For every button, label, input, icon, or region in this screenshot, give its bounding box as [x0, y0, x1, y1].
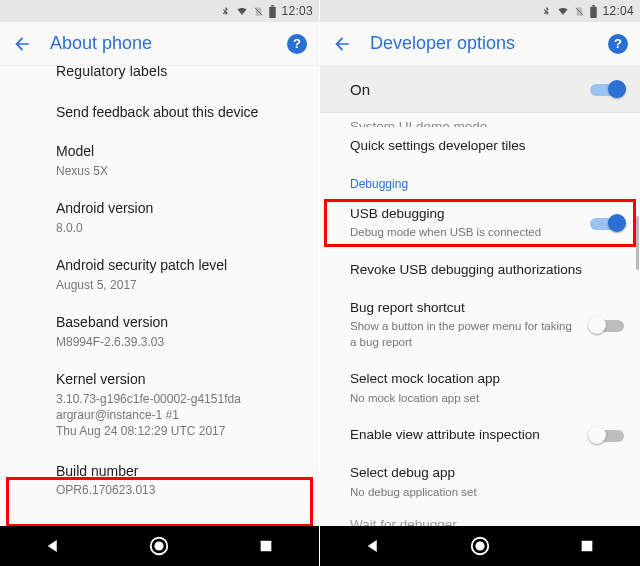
bug-report-switch[interactable] — [590, 316, 624, 334]
list-item[interactable]: Kernel version 3.10.73-g196c1fe-00002-g4… — [0, 360, 319, 449]
scrollbar-thumb[interactable] — [636, 216, 639, 270]
usb-debugging-switch[interactable] — [590, 214, 624, 232]
nav-home-icon[interactable] — [450, 526, 510, 566]
list-item-build-number[interactable]: Build number OPR6.170623.013 — [0, 450, 319, 511]
svg-rect-5 — [591, 6, 598, 17]
appbar-title: Developer options — [370, 33, 590, 54]
view-attr-switch[interactable] — [590, 426, 624, 444]
navigation-bar — [320, 526, 640, 566]
svg-rect-9 — [581, 541, 592, 552]
master-switch[interactable] — [590, 80, 624, 98]
settings-list: On System UI demo mode Quick settings de… — [320, 66, 640, 526]
back-icon[interactable] — [332, 34, 352, 54]
navigation-bar — [0, 526, 319, 566]
list-item[interactable]: Android security patch level August 5, 2… — [0, 246, 319, 303]
list-item[interactable]: Model Nexus 5X — [0, 132, 319, 189]
status-bar: 12:04 — [320, 0, 640, 22]
no-sim-icon — [574, 5, 585, 18]
help-icon[interactable]: ? — [608, 34, 628, 54]
battery-icon — [589, 5, 598, 18]
nav-recents-icon[interactable] — [236, 526, 296, 566]
appbar-title: About phone — [50, 33, 269, 54]
list-item[interactable]: System UI demo mode — [320, 113, 640, 127]
status-bar: 12:03 — [0, 0, 319, 22]
list-item[interactable]: Wait for debugger — [320, 510, 640, 526]
list-item[interactable]: Quick settings developer tiles — [320, 127, 640, 165]
help-icon[interactable]: ? — [287, 34, 307, 54]
list-item[interactable]: Revoke USB debugging authorizations — [320, 251, 640, 289]
svg-point-8 — [476, 542, 483, 549]
list-item[interactable]: Select mock location app No mock locatio… — [320, 360, 640, 416]
settings-list: Regulatory labels Send feedback about th… — [0, 66, 319, 526]
back-icon[interactable] — [12, 34, 32, 54]
master-toggle-row[interactable]: On — [320, 66, 640, 113]
list-item[interactable]: Enable view attribute inspection — [320, 416, 640, 454]
list-item[interactable]: Android version 8.0.0 — [0, 189, 319, 246]
nav-back-icon[interactable] — [343, 526, 403, 566]
nav-recents-icon[interactable] — [557, 526, 617, 566]
clock-text: 12:03 — [281, 4, 313, 18]
list-item[interactable]: Bug report shortcut Show a button in the… — [320, 289, 640, 360]
list-item-usb-debugging[interactable]: USB debugging Debug mode when USB is con… — [320, 195, 640, 251]
svg-rect-1 — [272, 5, 274, 7]
wifi-icon — [556, 5, 570, 17]
clock-text: 12:04 — [602, 4, 634, 18]
app-bar: About phone ? — [0, 22, 319, 66]
wifi-icon — [235, 5, 249, 17]
no-sim-icon — [253, 5, 264, 18]
battery-icon — [268, 5, 277, 18]
list-item[interactable]: Send feedback about this device — [0, 93, 319, 132]
section-header-debugging: Debugging — [320, 165, 640, 195]
nav-back-icon[interactable] — [23, 526, 83, 566]
nav-home-icon[interactable] — [129, 526, 189, 566]
bluetooth-icon — [541, 5, 552, 18]
svg-point-3 — [156, 542, 163, 549]
list-item[interactable]: Regulatory labels — [0, 66, 319, 93]
app-bar: Developer options ? — [320, 22, 640, 66]
svg-rect-4 — [260, 541, 271, 552]
svg-rect-6 — [593, 5, 595, 7]
list-item[interactable]: Baseband version M8994F-2.6.39.3.03 — [0, 303, 319, 360]
list-item[interactable]: SELinux status Enforcing — [0, 511, 319, 526]
svg-rect-0 — [270, 6, 277, 17]
list-item[interactable]: Select debug app No debug application se… — [320, 454, 640, 510]
bluetooth-icon — [220, 5, 231, 18]
